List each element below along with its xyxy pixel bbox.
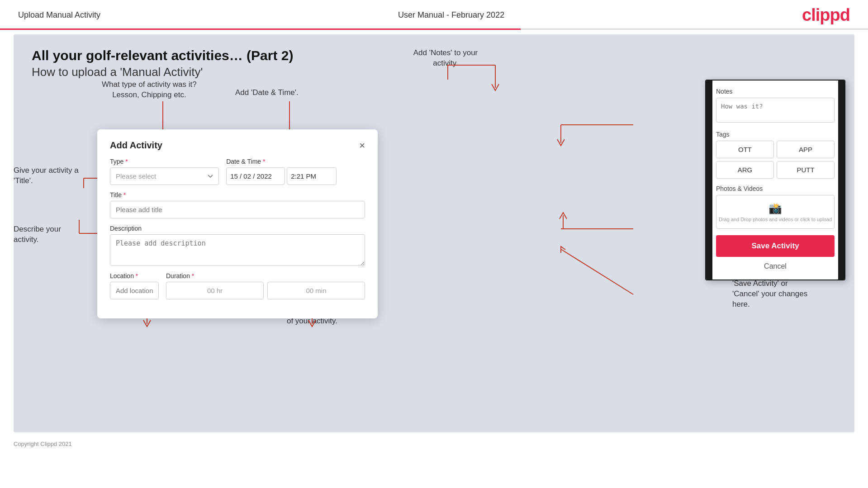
mobile-panel: Notes Tags OTT APP ARG PUTT Photos & Vid…: [705, 80, 845, 280]
description-group: Description: [110, 225, 365, 266]
duration-label: Duration *: [166, 272, 365, 280]
tag-ott[interactable]: OTT: [716, 141, 774, 158]
title-label: Title *: [110, 191, 365, 199]
description-input[interactable]: [110, 234, 365, 266]
tag-arg[interactable]: ARG: [716, 161, 774, 179]
title-group: Title *: [110, 191, 365, 218]
duration-min-input[interactable]: [267, 282, 365, 299]
panel-right-border: [838, 81, 844, 280]
photos-label: Photos & Videos: [716, 185, 835, 192]
datetime-group: Date & Time *: [226, 158, 365, 185]
datetime-label: Date & Time *: [226, 158, 365, 165]
location-group: Location *: [110, 272, 159, 299]
annotation-description: Describe youractivity.: [14, 224, 90, 245]
dialog-title: Add Activity: [110, 140, 162, 151]
panel-left-border: [706, 81, 712, 280]
tags-grid: OTT APP ARG PUTT: [716, 141, 835, 179]
duration-hr-input[interactable]: [166, 282, 264, 299]
save-activity-button[interactable]: Save Activity: [716, 235, 835, 257]
svg-line-16: [561, 249, 633, 294]
photos-upload-box[interactable]: 📸 Drag and Drop photos and videos or cli…: [716, 195, 835, 229]
type-label: Type *: [110, 158, 219, 165]
cancel-link[interactable]: Cancel: [716, 261, 835, 272]
description-row: Description: [110, 225, 365, 266]
upload-hint: Drag and Drop photos and videos or click…: [719, 217, 832, 222]
annotation-notes: Add 'Notes' to youractivity.: [394, 48, 498, 69]
annotation-title: Give your activity a'Title'.: [14, 166, 86, 186]
datetime-inputs: [226, 167, 365, 185]
tag-putt[interactable]: PUTT: [777, 161, 835, 179]
type-datetime-row: Type * Please select Date & Time *: [110, 158, 365, 185]
main-content: All your golf-relevant activities… (Part…: [14, 34, 854, 432]
annotation-date-time: Add 'Date & Time'.: [235, 88, 299, 98]
type-group: Type * Please select: [110, 158, 219, 185]
location-duration-row: Location * Duration *: [110, 272, 365, 299]
notes-label: Notes: [716, 88, 835, 95]
date-input[interactable]: [226, 167, 285, 185]
time-input[interactable]: [287, 167, 337, 185]
top-bar: Upload Manual Activity User Manual - Feb…: [0, 0, 868, 28]
location-label: Location *: [110, 272, 159, 280]
tags-label: Tags: [716, 131, 835, 138]
upload-icon: 📸: [768, 202, 782, 215]
notes-input[interactable]: [716, 98, 835, 123]
description-label: Description: [110, 225, 365, 232]
close-button[interactable]: ×: [359, 141, 365, 151]
annotation-activity-type: What type of activity was it?Lesson, Chi…: [102, 80, 197, 100]
manual-subtitle: User Manual - February 2022: [398, 10, 504, 20]
logo: clippd: [802, 5, 850, 25]
type-select[interactable]: Please select: [110, 167, 219, 185]
duration-inputs: [166, 282, 365, 299]
annotation-save-cancel: 'Save Activity' or'Cancel' your changesh…: [732, 279, 850, 310]
page-title: Upload Manual Activity: [18, 10, 100, 20]
add-activity-dialog: Add Activity × Type * Please select Date…: [97, 129, 378, 318]
copyright: Copyright Clippd 2021: [0, 437, 868, 451]
tag-app[interactable]: APP: [777, 141, 835, 158]
dialog-header: Add Activity ×: [110, 140, 365, 151]
title-input[interactable]: [110, 201, 365, 218]
duration-group: Duration *: [166, 272, 365, 299]
location-input[interactable]: [110, 282, 159, 299]
top-divider: [0, 28, 868, 30]
panel-inner: Notes Tags OTT APP ARG PUTT Photos & Vid…: [716, 88, 835, 272]
title-row: Title *: [110, 191, 365, 218]
